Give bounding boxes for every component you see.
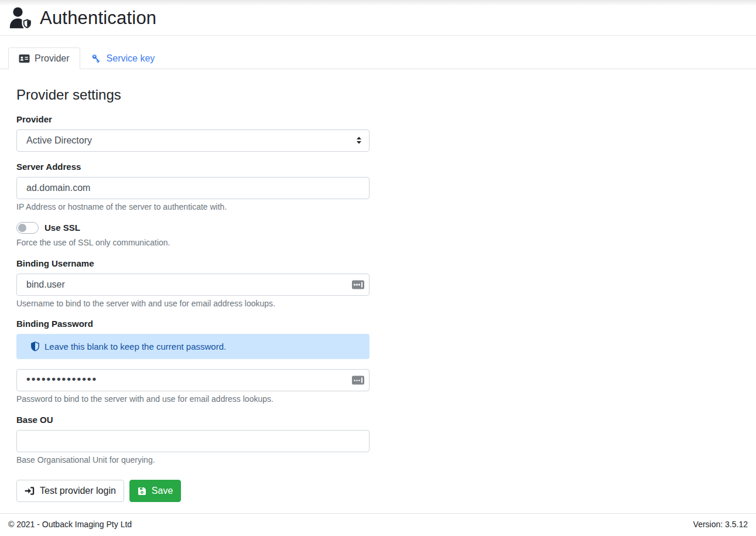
page-title: Authentication: [40, 8, 156, 29]
binding-password-label: Binding Password: [16, 319, 370, 329]
provider-select-value: Active Directory: [26, 135, 92, 146]
binding-username-label: Binding Username: [16, 258, 370, 269]
base-ou-help: Base Organisational Unit for querying.: [16, 455, 370, 466]
tab-provider-label: Provider: [35, 53, 70, 64]
tab-provider[interactable]: Provider: [8, 47, 80, 69]
id-card-icon: [19, 54, 30, 63]
use-ssl-field-group: Use SSL Force the use of SSL only commun…: [16, 222, 370, 248]
password-info-alert: Leave this blank to keep the current pas…: [16, 334, 370, 359]
password-alert-text: Leave this blank to keep the current pas…: [45, 342, 226, 351]
test-provider-login-label: Test provider login: [40, 486, 116, 496]
user-shield-icon: [7, 7, 34, 29]
save-button[interactable]: Save: [129, 480, 181, 502]
test-provider-login-button[interactable]: Test provider login: [16, 480, 124, 502]
use-ssl-toggle[interactable]: [16, 222, 39, 234]
save-icon: [138, 487, 146, 496]
binding-username-input[interactable]: [16, 274, 370, 296]
toggle-knob: [18, 224, 26, 232]
use-ssl-label: Use SSL: [45, 223, 80, 233]
provider-select[interactable]: Active Directory: [16, 129, 370, 152]
select-arrows-icon: [356, 136, 362, 144]
page-footer: © 2021 - Outback Imaging Pty Ltd Version…: [0, 513, 756, 536]
footer-copyright: © 2021 - Outback Imaging Pty Ltd: [8, 520, 132, 529]
footer-version: Version: 3.5.12: [693, 520, 748, 529]
form-actions: Test provider login Save: [16, 480, 370, 502]
use-ssl-help: Force the use of SSL only communication.: [16, 238, 370, 248]
key-icon: [91, 54, 102, 63]
save-label: Save: [152, 486, 173, 496]
provider-settings-form: Provider Active Directory Server Address…: [16, 114, 370, 503]
binding-password-help: Password to bind to the server with and …: [16, 394, 370, 405]
tab-service-key-label: Service key: [107, 53, 155, 64]
provider-label: Provider: [16, 114, 370, 125]
sign-in-icon: [25, 486, 35, 496]
server-address-label: Server Address: [16, 162, 370, 172]
provider-field-group: Provider Active Directory: [16, 114, 370, 152]
tab-service-key[interactable]: Service key: [80, 47, 166, 69]
tab-bar: Provider Service key: [0, 47, 756, 69]
binding-username-help: Username to bind to the server with and …: [16, 299, 370, 309]
binding-username-field-group: Binding Username Username to bind to the…: [16, 258, 370, 309]
autofill-icon[interactable]: [352, 376, 364, 385]
page-header: Authentication: [0, 0, 756, 36]
base-ou-label: Base OU: [16, 415, 370, 425]
server-address-field-group: Server Address IP Address or hostname of…: [16, 162, 370, 213]
shield-icon: [31, 342, 39, 351]
server-address-input[interactable]: [16, 177, 370, 199]
tab-content: Provider settings Provider Active Direct…: [0, 69, 756, 513]
section-heading: Provider settings: [16, 87, 748, 104]
base-ou-input[interactable]: [16, 430, 370, 452]
base-ou-field-group: Base OU Base Organisational Unit for que…: [16, 415, 370, 466]
binding-password-field-group: Binding Password Leave this blank to kee…: [16, 319, 370, 405]
binding-password-input[interactable]: [16, 369, 370, 391]
autofill-icon[interactable]: [352, 280, 364, 289]
server-address-help: IP Address or hostname of the server to …: [16, 202, 370, 213]
